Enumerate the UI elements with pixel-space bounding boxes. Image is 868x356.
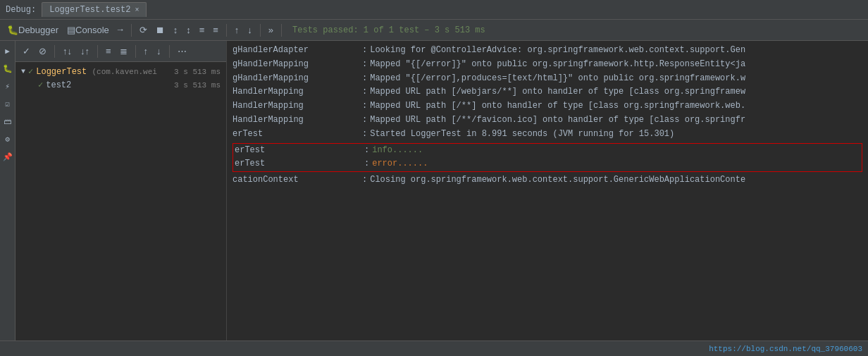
- sidebar-debug-icon[interactable]: 🐛: [1, 63, 14, 75]
- log-line-3: gHandlerMapping : Mapped "{[/error],prod…: [232, 72, 862, 86]
- sep3: [135, 45, 136, 58]
- sidebar-settings-icon[interactable]: ⚙: [4, 133, 11, 145]
- toolbar-separator-2: [226, 24, 227, 37]
- menu2-btn[interactable]: ≡: [210, 23, 221, 37]
- sort-desc-btn[interactable]: ↓↑: [78, 44, 92, 58]
- test-class-name: LoggerTest: [36, 67, 87, 77]
- bottom-url[interactable]: https://blog.csdn.net/qq_37960603: [709, 345, 862, 353]
- log-logger-7: erTest: [232, 128, 359, 142]
- log-logger-5: HandlerMapping: [232, 99, 359, 113]
- log-line-10: cationContext : Closing org.springframew…: [232, 173, 862, 188]
- log-logger-1: gHandlerAdapter: [232, 44, 359, 58]
- test-method-name: test2: [46, 80, 71, 90]
- log-line-6: HandlerMapping : Mapped URL path [/**/fa…: [232, 113, 862, 128]
- down-nav-btn[interactable]: ↓: [154, 44, 164, 58]
- tab-label: LoggerTest.test2: [49, 5, 130, 15]
- console-output: gHandlerAdapter : Looking for @Controlle…: [227, 41, 868, 190]
- debugger-icon: 🐛: [7, 25, 18, 35]
- log-msg-6: Mapped URL path [/**/favicon.ico] onto h…: [370, 113, 745, 128]
- content-area: ▶ 🐛 ⚡ ☑ 🗃 ⚙ 📌 ✓ ⊘ ↑↓ ↓↑ ≡ ≣ ↑ ↓: [0, 41, 868, 340]
- log-line-1: gHandlerAdapter : Looking for @Controlle…: [232, 44, 862, 58]
- sort-btn[interactable]: ↕: [170, 23, 181, 37]
- tab-close-icon[interactable]: ×: [135, 6, 139, 14]
- log-line-2: gHandlerMapping : Mapped "{[/error]}" on…: [232, 58, 862, 72]
- rerun-btn[interactable]: ⟳: [137, 23, 150, 37]
- log-logger-4: HandlerMapping: [232, 85, 359, 99]
- top-toolbar: 🐛 Debugger ▤ Console → ⟳ ⏹ ↕ ↕ ≡ ≡ ↑ ↓ »…: [0, 20, 868, 41]
- bottom-bar: https://blog.csdn.net/qq_37960603: [0, 340, 868, 356]
- debugger-tab-btn[interactable]: 🐛 Debugger: [4, 23, 61, 37]
- log-msg-8: info......: [372, 144, 423, 158]
- test2-duration: 3 s 513 ms: [174, 81, 221, 90]
- log-logger-6: HandlerMapping: [232, 113, 359, 128]
- editor-tab[interactable]: LoggerTest.test2 ×: [42, 2, 147, 17]
- down-btn[interactable]: ↓: [244, 23, 255, 37]
- right-panel: gHandlerAdapter : Looking for @Controlle…: [227, 41, 868, 340]
- toolbar-separator-3: [260, 24, 261, 37]
- console-arrow: →: [115, 23, 126, 37]
- sort2-btn[interactable]: ↕: [183, 23, 194, 37]
- check-btn[interactable]: ✓: [20, 44, 33, 58]
- sidebar-profile-icon[interactable]: ⚡: [4, 80, 11, 92]
- test-package: (com.kaven.wei: [92, 68, 156, 76]
- test-duration: 3 s 513 ms: [174, 68, 221, 76]
- expand-arrow-icon: ▼: [21, 68, 25, 75]
- cross-btn[interactable]: ⊘: [36, 44, 49, 58]
- log-msg-7: Started LoggerTest in 8.991 seconds (JVM…: [370, 128, 674, 142]
- left-panel: ✓ ⊘ ↑↓ ↓↑ ≡ ≣ ↑ ↓ ⋯ ▼ ✓ Lo: [16, 41, 227, 340]
- log-line-9: erTest : error......: [233, 157, 862, 171]
- toolbar-separator-4: [281, 24, 282, 37]
- log-line-8: erTest : info......: [233, 144, 862, 158]
- tree-item-test2[interactable]: ✓ test2 3 s 513 ms: [16, 78, 226, 92]
- log-line-7: erTest : Started LoggerTest in 8.991 sec…: [232, 128, 862, 142]
- log-logger-8: erTest: [235, 144, 361, 158]
- log-logger-3: gHandlerMapping: [232, 72, 359, 86]
- console-icon: ▤: [67, 25, 75, 35]
- debug-label: Debug:: [6, 5, 36, 15]
- log-logger-10: cationContext: [232, 173, 359, 188]
- up-btn[interactable]: ↑: [232, 23, 242, 37]
- log-logger-2: gHandlerMapping: [232, 58, 359, 72]
- sidebar-db-icon[interactable]: 🗃: [2, 116, 13, 128]
- test-toolbar: ✓ ⊘ ↑↓ ↓↑ ≡ ≣ ↑ ↓ ⋯: [16, 41, 226, 62]
- sort-asc-btn[interactable]: ↑↓: [60, 44, 75, 58]
- stop-btn[interactable]: ⏹: [153, 23, 168, 37]
- sidebar-pin-icon[interactable]: 📌: [1, 151, 14, 163]
- sep4: [169, 45, 170, 58]
- log-logger-9: erTest: [235, 157, 361, 171]
- pass-icon-test2: ✓: [38, 80, 43, 90]
- log-line-5: HandlerMapping : Mapped URL path [/**] o…: [232, 99, 862, 113]
- toolbar-separator-1: [131, 24, 132, 37]
- log-msg-3: Mapped "{[/error],produces=[text/html]}"…: [370, 72, 745, 86]
- sidebar-coverage-icon[interactable]: ☑: [4, 98, 11, 110]
- log-msg-9: error......: [372, 157, 428, 171]
- log-msg-10: Closing org.springframework.web.context.…: [370, 173, 745, 188]
- tree-btn[interactable]: ≣: [117, 44, 130, 58]
- sep1: [54, 45, 55, 58]
- log-line-4: HandlerMapping : Mapped URL path [/webja…: [232, 85, 862, 99]
- left-sidebar-icons: ▶ 🐛 ⚡ ☑ 🗃 ⚙ 📌: [0, 41, 16, 340]
- dots-btn[interactable]: ⋯: [175, 44, 190, 58]
- log-msg-5: Mapped URL path [/**] onto handler of ty…: [370, 99, 745, 113]
- expand-btn[interactable]: »: [266, 23, 276, 37]
- log-msg-1: Looking for @ControllerAdvice: org.sprin…: [370, 44, 745, 58]
- sidebar-run-icon[interactable]: ▶: [4, 45, 11, 57]
- log-msg-4: Mapped URL path [/webjars/**] onto handl…: [370, 85, 745, 99]
- highlighted-log-block: erTest : info...... erTest : error......: [232, 143, 862, 173]
- list-btn[interactable]: ≡: [103, 44, 114, 58]
- test-tree: ▼ ✓ LoggerTest (com.kaven.wei 3 s 513 ms…: [16, 62, 226, 340]
- sep2: [97, 45, 98, 58]
- up-nav-btn[interactable]: ↑: [141, 44, 151, 58]
- title-bar: Debug: LoggerTest.test2 ×: [0, 0, 868, 20]
- console-scroll[interactable]: gHandlerAdapter : Looking for @Controlle…: [227, 41, 868, 340]
- tree-item-logger-test[interactable]: ▼ ✓ LoggerTest (com.kaven.wei 3 s 513 ms: [16, 65, 226, 78]
- log-msg-2: Mapped "{[/error]}" onto public org.spri…: [370, 58, 745, 72]
- pass-icon: ✓: [28, 66, 33, 77]
- console-tab-btn[interactable]: ▤ Console: [64, 23, 112, 37]
- tests-passed-text: Tests passed: 1 of 1 test – 3 s 513 ms: [292, 25, 485, 35]
- menu-btn[interactable]: ≡: [197, 23, 208, 37]
